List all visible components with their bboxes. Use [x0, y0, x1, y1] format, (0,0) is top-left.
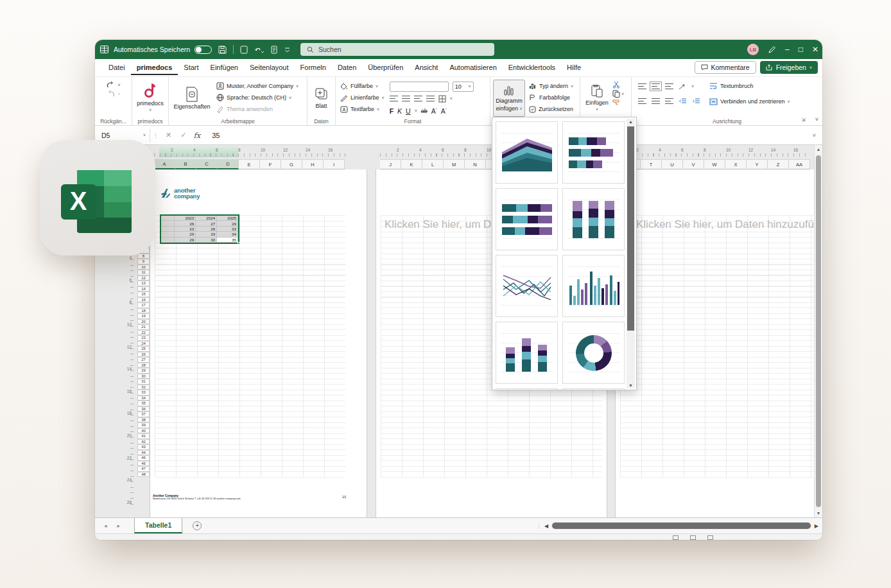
row-header-45[interactable]: 45 — [137, 455, 150, 461]
italic-button[interactable]: K — [397, 107, 402, 115]
column-header-J[interactable]: J — [380, 159, 401, 169]
row-header-20[interactable]: 20 — [137, 319, 150, 325]
chart-option-partial-right[interactable] — [562, 388, 625, 390]
primedocs-button[interactable]: primedocs ˅ — [135, 80, 166, 117]
menu-tab-einfügen[interactable]: Einfügen — [205, 60, 244, 75]
wrap-text-button[interactable]: Textumbruch — [709, 81, 790, 91]
row-header-32[interactable]: 32 — [137, 385, 150, 390]
row-header-41[interactable]: 41 — [137, 433, 150, 439]
print-icon[interactable] — [270, 46, 278, 54]
row-header-15[interactable]: 15 — [137, 291, 150, 297]
row-header-22[interactable]: 22 — [137, 330, 150, 336]
menu-tab-datei[interactable]: Datei — [103, 60, 131, 75]
menu-tab-ansicht[interactable]: Ansicht — [409, 60, 444, 75]
data-table-selection[interactable]: 202320242025262729232633293334293035 — [160, 214, 239, 244]
row-header-40[interactable]: 40 — [137, 428, 150, 434]
chart-option-stacked-bar[interactable] — [562, 121, 625, 184]
dropdown-scrollbar[interactable]: ▲ ▼ — [627, 119, 635, 388]
sheet-button[interactable]: Blatt — [310, 80, 333, 117]
column-header-I[interactable]: I — [324, 159, 345, 169]
undo-icon[interactable] — [254, 46, 264, 54]
table-cell[interactable]: 33 — [196, 232, 217, 237]
chart-option-line[interactable] — [496, 255, 558, 317]
column-header-Y[interactable]: Y — [747, 159, 768, 169]
table-cell[interactable] — [161, 238, 175, 243]
column-header-H[interactable]: H — [302, 159, 324, 169]
table-year-header[interactable]: 2025 — [217, 216, 238, 221]
justify-icon[interactable] — [426, 96, 435, 101]
enter-icon[interactable]: ✓ — [180, 131, 186, 139]
font-size-select[interactable]: 10˅ — [453, 82, 474, 92]
align-top-icon[interactable] — [638, 83, 646, 89]
chart-option-stacked-column-100[interactable] — [562, 188, 625, 250]
table-cell[interactable] — [161, 221, 175, 226]
sheet-nav-right-icon[interactable]: ▸ — [117, 523, 121, 529]
row-header-10[interactable]: 10 — [137, 264, 150, 270]
fill-color-button[interactable]: Füllfarbe˅ — [340, 81, 385, 91]
format-painter-icon[interactable] — [612, 99, 624, 107]
row-header-21[interactable]: 21 — [137, 324, 150, 330]
language-button[interactable]: Sprache: Deutsch (CH)˅ — [216, 92, 298, 103]
horizontal-scrollbar[interactable] — [551, 522, 812, 530]
chart-option-partial-left[interactable] — [496, 388, 558, 390]
reset-button[interactable]: Zurücksetzen — [529, 104, 573, 114]
menu-tab-start[interactable]: Start — [178, 60, 204, 75]
column-header-F[interactable]: F — [260, 159, 281, 169]
page-layout-view-icon[interactable] — [690, 535, 696, 540]
fill-handle[interactable] — [238, 242, 240, 245]
align-middle-icon[interactable] — [652, 83, 660, 89]
page-1[interactable]: another company 202320242025262729232633… — [150, 169, 367, 517]
row-header-35[interactable]: 35 — [137, 401, 150, 406]
chart-option-clustered-column[interactable] — [562, 255, 625, 317]
row-header-26[interactable]: 26 — [137, 352, 150, 358]
bold-button[interactable]: F — [390, 107, 394, 115]
scroll-up-icon[interactable]: ▲ — [815, 147, 822, 151]
row-header-29[interactable]: 29 — [137, 368, 150, 374]
collapse-ribbon-icon[interactable]: ˅ — [815, 116, 818, 123]
column-header-M[interactable]: M — [444, 159, 465, 169]
column-header-AA[interactable]: AA — [789, 159, 810, 169]
row-header-17[interactable]: 17 — [137, 302, 150, 308]
new-document-icon[interactable] — [240, 46, 248, 54]
maximize-button[interactable]: □ — [799, 46, 803, 53]
cancel-icon[interactable]: ✕ — [166, 131, 171, 139]
table-cell[interactable] — [161, 232, 175, 237]
text-right-icon[interactable] — [665, 98, 673, 104]
column-header-T[interactable]: T — [641, 159, 662, 169]
align-left-icon[interactable] — [390, 96, 398, 101]
change-chart-type-button[interactable]: Typ ändern˅ — [529, 81, 573, 91]
text-color-button[interactable]: Textfarbe˅ — [340, 104, 385, 114]
scroll-down-icon[interactable]: ▼ — [815, 511, 822, 515]
column-header-N[interactable]: N — [465, 159, 486, 169]
row-header-46[interactable]: 46 — [137, 461, 150, 467]
merge-center-button[interactable]: Verbinden und zentrieren˅ — [709, 96, 790, 107]
row-header-27[interactable]: 27 — [137, 357, 150, 363]
row-header-23[interactable]: 23 — [137, 335, 150, 341]
save-icon[interactable] — [218, 46, 227, 54]
column-header-C[interactable]: C — [196, 159, 218, 169]
row-header-11[interactable]: 11 — [137, 270, 150, 275]
column-header-L[interactable]: L — [422, 159, 444, 169]
row-header-43[interactable]: 43 — [137, 444, 150, 450]
formula-bar-handle[interactable]: ⋮ — [153, 132, 159, 139]
insert-chart-button[interactable]: Diagramm einfügen ˅ — [493, 80, 525, 117]
column-header-B[interactable]: B — [175, 159, 196, 169]
row-header-30[interactable]: 30 — [137, 374, 150, 379]
column-header-G[interactable]: G — [281, 159, 302, 169]
row-header-47[interactable]: 47 — [137, 466, 150, 472]
redo-icon[interactable]: ˅ — [106, 90, 120, 98]
column-header-K[interactable]: K — [401, 159, 422, 169]
add-sheet-button[interactable]: + — [193, 521, 202, 530]
dropdown-scrollbar-thumb[interactable] — [627, 126, 634, 331]
row-header-39[interactable]: 39 — [137, 422, 150, 428]
copy-icon[interactable]: ˅ — [612, 90, 624, 98]
borders-icon[interactable] — [438, 95, 446, 103]
page-break-view-icon[interactable] — [707, 535, 713, 540]
menu-tab-primedocs[interactable]: primedocs — [131, 60, 178, 75]
scroll-left-icon[interactable]: ◀ — [544, 523, 548, 529]
chart-option-doughnut[interactable] — [562, 322, 625, 384]
menu-tab-automatisieren[interactable]: Automatisieren — [444, 60, 502, 75]
menu-tab-daten[interactable]: Daten — [332, 60, 362, 75]
table-cell[interactable]: 34 — [217, 232, 238, 237]
orientation-icon[interactable] — [679, 83, 686, 90]
